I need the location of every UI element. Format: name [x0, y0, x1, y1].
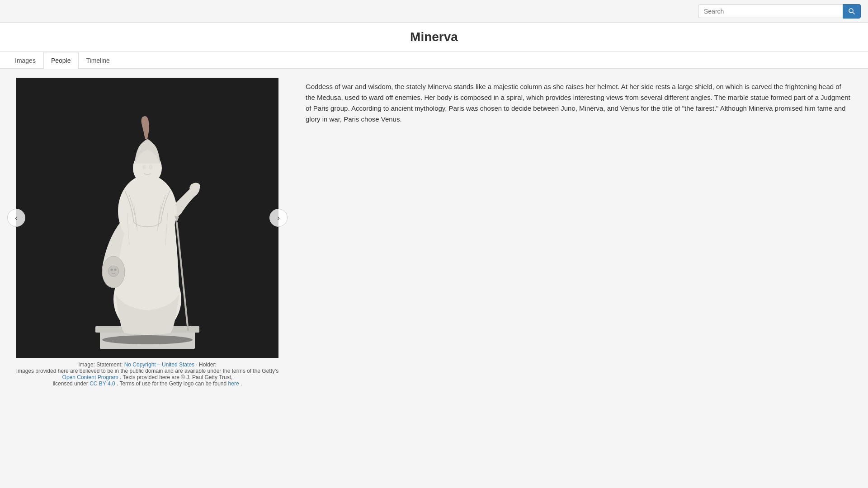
description-panel: Goddess of war and wisdom, the stately M…	[306, 78, 852, 387]
svg-point-13	[108, 266, 119, 277]
page-title-bar: Minerva	[0, 23, 868, 52]
svg-point-9	[142, 165, 146, 169]
caption-line1: Image: Statement: No Copyright – United …	[12, 361, 283, 368]
svg-point-15	[114, 269, 117, 271]
search-container	[698, 4, 861, 19]
carousel-next-button[interactable]: ›	[269, 209, 288, 227]
caption-line2-suffix: . Texts provided here are © J. Paul Gett…	[120, 374, 232, 380]
caption-line2-text: Images provided here are believed to be …	[16, 368, 279, 374]
tabs-container: Images People Timeline	[0, 52, 868, 69]
chevron-right-icon: ›	[277, 213, 280, 223]
statue-svg	[16, 78, 278, 358]
tab-timeline[interactable]: Timeline	[79, 52, 118, 69]
caption-copyright-link[interactable]: No Copyright – United States	[124, 361, 194, 368]
tab-images[interactable]: Images	[7, 52, 43, 69]
page-title: Minerva	[7, 30, 861, 44]
caption-holder-text: · Holder:	[196, 361, 216, 368]
description-text: Goddess of war and wisdom, the stately M…	[306, 81, 852, 125]
caption-period: .	[241, 380, 242, 387]
top-bar	[0, 0, 868, 23]
carousel-wrapper: ‹	[7, 78, 288, 358]
carousel-container: ‹	[7, 78, 288, 387]
caption-here-link[interactable]: here	[228, 380, 239, 387]
svg-point-18	[102, 335, 193, 344]
search-button[interactable]	[843, 4, 861, 19]
caption-line3-prefix: licensed under	[53, 380, 88, 387]
caption-line2: Images provided here are believed to be …	[12, 368, 283, 380]
search-icon	[849, 8, 855, 14]
caption-cc-link[interactable]: CC BY 4.0	[90, 380, 115, 387]
tab-people[interactable]: People	[43, 52, 79, 69]
svg-line-1	[853, 12, 854, 14]
caption-statement-label: Image: Statement:	[78, 361, 123, 368]
caption-open-content-link[interactable]: Open Content Program	[62, 374, 118, 380]
image-caption: Image: Statement: No Copyright – United …	[7, 361, 288, 387]
carousel-image	[16, 78, 278, 358]
chevron-left-icon: ‹	[15, 213, 18, 223]
svg-point-10	[149, 165, 152, 169]
carousel-prev-button[interactable]: ‹	[7, 209, 25, 227]
caption-line3-middle: . Terms of use for the Getty logo can be…	[117, 380, 226, 387]
svg-point-14	[111, 269, 113, 271]
search-input[interactable]	[698, 5, 843, 18]
main-content: ‹	[0, 69, 859, 396]
caption-line3: licensed under CC BY 4.0 . Terms of use …	[12, 380, 283, 387]
